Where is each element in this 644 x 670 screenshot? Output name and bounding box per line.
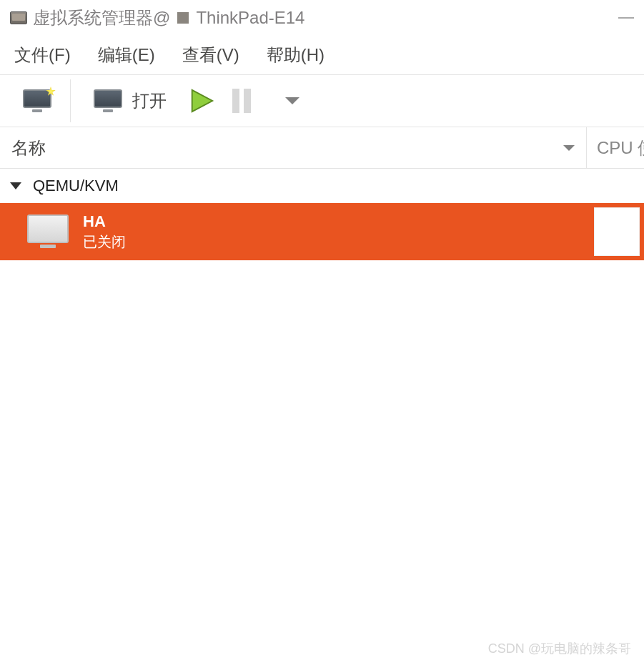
new-vm-button[interactable] xyxy=(14,83,60,119)
vm-tree: QEMU/KVM HA 已关闭 xyxy=(0,169,644,260)
menu-view[interactable]: 查看(V) xyxy=(182,44,239,66)
column-name-label: 名称 xyxy=(11,137,46,159)
pause-button[interactable] xyxy=(224,83,259,119)
svg-marker-0 xyxy=(192,90,213,112)
toolbar-separator xyxy=(70,79,71,122)
column-cpu[interactable]: CPU 使 xyxy=(587,127,644,168)
vm-cpu-usage xyxy=(594,207,640,256)
watermark: CSDN @玩电脑的辣条哥 xyxy=(488,640,631,657)
vm-row[interactable]: HA 已关闭 xyxy=(0,203,644,260)
menu-file[interactable]: 文件(F) xyxy=(14,44,71,66)
monitor-icon xyxy=(94,89,122,112)
pause-bar-icon xyxy=(232,89,239,113)
chevron-down-icon xyxy=(285,97,299,104)
minimize-icon[interactable] xyxy=(618,17,634,19)
new-vm-icon xyxy=(23,89,51,112)
menubar: 文件(F) 编辑(E) 查看(V) 帮助(H) xyxy=(0,36,644,74)
titlebar: 虚拟系统管理器@ ThinkPad-E14 xyxy=(0,0,644,36)
pause-bar-icon xyxy=(244,89,251,113)
column-header: 名称 CPU 使 xyxy=(0,127,644,169)
menu-help[interactable]: 帮助(H) xyxy=(267,44,325,66)
column-name[interactable]: 名称 xyxy=(0,127,587,168)
vm-name: HA xyxy=(83,212,126,231)
connection-label: QEMU/KVM xyxy=(33,177,119,195)
app-icon xyxy=(10,11,27,24)
column-cpu-label: CPU 使 xyxy=(597,137,644,159)
connection-row[interactable]: QEMU/KVM xyxy=(0,169,644,203)
open-label: 打开 xyxy=(132,89,167,112)
toolbar: 打开 xyxy=(0,74,644,127)
host-name: ThinkPad-E14 xyxy=(196,8,304,28)
menu-edit[interactable]: 编辑(E) xyxy=(98,44,155,66)
expand-icon[interactable] xyxy=(10,182,21,189)
host-icon xyxy=(177,12,189,24)
shutdown-button[interactable] xyxy=(259,83,308,119)
vm-status: 已关闭 xyxy=(83,232,126,252)
vm-monitor-icon xyxy=(27,215,69,249)
title-prefix: 虚拟系统管理器@ xyxy=(33,6,170,29)
run-button[interactable] xyxy=(179,83,224,119)
play-icon xyxy=(188,87,215,114)
sort-indicator-icon xyxy=(563,145,575,151)
open-button[interactable]: 打开 xyxy=(81,83,179,119)
